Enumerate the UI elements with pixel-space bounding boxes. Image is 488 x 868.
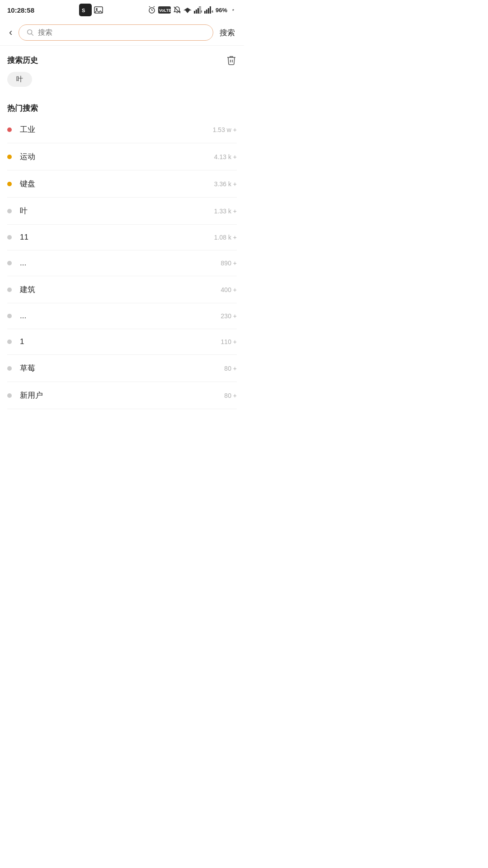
hot-dot: [7, 288, 12, 292]
hot-item-count: 1.53 w +: [213, 126, 237, 133]
hot-item[interactable]: 1 110 +: [7, 329, 237, 355]
svg-text:S: S: [82, 8, 85, 13]
hot-item[interactable]: ... 230 +: [7, 303, 237, 329]
hot-section: 热门搜索 工业 1.53 w + 运动 4.13 k + 键盘 3.36 k +…: [0, 94, 244, 409]
hot-item-count: 3.36 k +: [214, 180, 237, 188]
hot-item[interactable]: 叶 1.33 k +: [7, 198, 237, 225]
signal-4g-icon: 4G: [194, 6, 202, 14]
hot-item[interactable]: 11 1.08 k +: [7, 225, 237, 250]
svg-rect-15: [197, 8, 199, 14]
hot-item[interactable]: 建筑 400 +: [7, 276, 237, 303]
hot-item-name: 1: [20, 337, 221, 346]
svg-marker-12: [183, 8, 192, 13]
hot-list: 工业 1.53 w + 运动 4.13 k + 键盘 3.36 k + 叶 1.…: [7, 116, 237, 409]
hot-item-name: 建筑: [20, 284, 221, 295]
svg-rect-20: [208, 8, 209, 14]
history-title: 搜索历史: [7, 55, 38, 66]
hot-item-name: 键盘: [20, 179, 214, 189]
hot-item-name: 新用户: [20, 390, 224, 401]
hot-dot: [7, 209, 12, 213]
search-button[interactable]: 搜索: [218, 28, 237, 38]
bell-mute-icon: [173, 6, 181, 14]
history-section-header: 搜索历史: [7, 55, 237, 66]
search-icon: [26, 28, 34, 37]
hot-item[interactable]: 键盘 3.36 k +: [7, 170, 237, 198]
hot-dot: [7, 235, 12, 240]
hot-item-name: 工业: [20, 124, 213, 135]
wifi-icon: [183, 6, 192, 14]
delete-history-icon[interactable]: [226, 55, 237, 66]
history-tags: 叶: [7, 72, 237, 90]
hot-dot: [7, 340, 12, 344]
history-section: 搜索历史 叶: [0, 46, 244, 94]
soul-app-icon: S: [79, 4, 92, 16]
battery-percentage: 96%: [216, 7, 227, 14]
battery-icon: [230, 6, 237, 14]
hot-item-name: ...: [20, 259, 221, 268]
search-input-wrap[interactable]: [19, 24, 213, 41]
hot-item-name: 叶: [20, 206, 214, 216]
svg-line-6: [149, 6, 150, 7]
svg-rect-19: [206, 9, 207, 14]
status-right-icons: VoLTE 4G 4G 96%: [148, 6, 237, 14]
hot-item-count: 1.08 k +: [214, 234, 237, 241]
alarm-icon: [148, 6, 156, 14]
svg-point-2: [96, 8, 98, 10]
hot-dot: [7, 261, 12, 265]
svg-text:VoLTE: VoLTE: [159, 8, 171, 13]
hot-item-count: 4.13 k +: [214, 153, 237, 160]
hot-item-count: 230 +: [221, 312, 237, 320]
hot-item-count: 890 +: [221, 259, 237, 267]
hot-item[interactable]: ... 890 +: [7, 250, 237, 276]
svg-rect-14: [196, 9, 197, 14]
hot-item-count: 110 +: [221, 338, 237, 345]
back-button[interactable]: ‹: [7, 27, 14, 38]
hot-item[interactable]: 工业 1.53 w +: [7, 116, 237, 143]
hot-dot: [7, 127, 12, 132]
hot-item-name: 草莓: [20, 363, 224, 373]
svg-line-25: [32, 33, 33, 35]
hot-dot: [7, 155, 12, 159]
hot-item[interactable]: 运动 4.13 k +: [7, 143, 237, 170]
hot-dot: [7, 366, 12, 371]
hot-item-name: ...: [20, 311, 221, 321]
svg-text:4G: 4G: [201, 10, 202, 13]
hot-item-name: 11: [20, 233, 214, 242]
hot-item-count: 1.33 k +: [214, 208, 237, 215]
volte-icon: VoLTE: [158, 6, 171, 14]
hot-item[interactable]: 新用户 80 +: [7, 382, 237, 409]
svg-marker-23: [232, 7, 234, 13]
svg-rect-21: [210, 6, 211, 14]
search-bar: ‹ 搜索: [0, 20, 244, 46]
signal-4g-2-icon: 4G: [204, 6, 213, 14]
status-icons: S: [79, 4, 103, 16]
hot-dot: [7, 182, 12, 186]
svg-rect-13: [194, 11, 195, 14]
hot-dot: [7, 393, 12, 398]
hot-item-count: 80 +: [224, 392, 237, 399]
hot-item-name: 运动: [20, 151, 214, 162]
history-tag[interactable]: 叶: [7, 72, 32, 87]
hot-item-count: 400 +: [221, 286, 237, 293]
status-time: 10:28:58: [7, 6, 34, 14]
hot-item[interactable]: 草莓 80 +: [7, 355, 237, 382]
search-input[interactable]: [38, 28, 206, 37]
hot-section-title: 热门搜索: [7, 103, 237, 113]
svg-text:4G: 4G: [211, 10, 213, 13]
image-icon: [94, 5, 103, 15]
hot-dot: [7, 314, 12, 318]
status-bar: 10:28:58 S VoLTE: [0, 0, 244, 20]
hot-item-count: 80 +: [224, 365, 237, 372]
svg-line-7: [153, 6, 155, 7]
svg-rect-18: [204, 11, 206, 14]
